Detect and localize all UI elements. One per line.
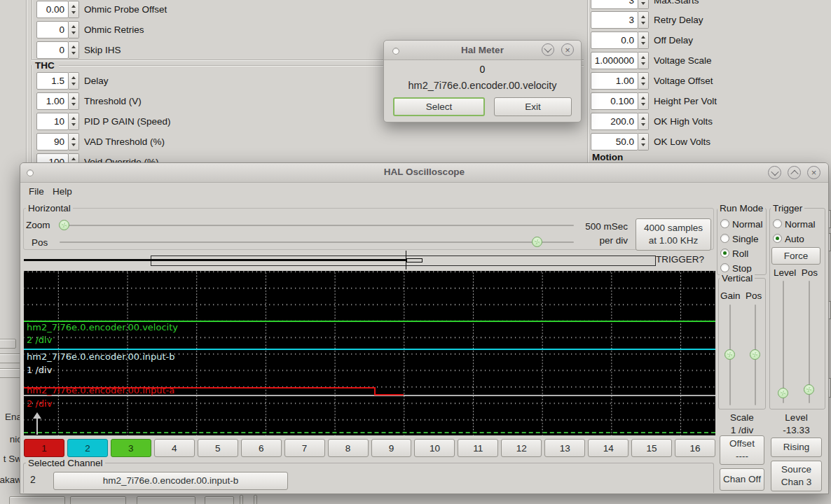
menu-help[interactable]: Help: [53, 186, 72, 197]
run-mode-single-label[interactable]: Single: [732, 234, 759, 244]
thc-threshold-input[interactable]: 1.00: [36, 92, 69, 110]
spin-down-icon[interactable]: [641, 103, 645, 106]
channel-button-9[interactable]: 9: [371, 439, 412, 457]
run-mode-normal-radio[interactable]: [720, 219, 729, 228]
channel-button-2[interactable]: 2: [67, 439, 108, 457]
ok-high-volts-input[interactable]: 200.0: [591, 113, 638, 130]
spin-down-icon[interactable]: [641, 42, 645, 45]
spin-up-icon[interactable]: [71, 25, 76, 28]
channel-button-3[interactable]: 3: [111, 439, 151, 457]
spinner-buttons[interactable]: [638, 113, 649, 130]
run-mode-normal-label[interactable]: Normal: [732, 219, 763, 230]
pid-p-gain-input[interactable]: 10: [36, 113, 69, 130]
chan-off-button[interactable]: Chan Off: [720, 468, 764, 491]
spin-up-icon[interactable]: [71, 97, 76, 99]
voltage-offset-input[interactable]: 1.00: [591, 72, 638, 90]
spinner-buttons[interactable]: [69, 92, 79, 110]
channel-button-12[interactable]: 12: [501, 439, 542, 457]
channel-button-7[interactable]: 7: [284, 439, 325, 457]
spinner-buttons[interactable]: [69, 41, 79, 59]
vad-threshold-input[interactable]: 90: [36, 133, 69, 150]
offset-button[interactable]: Offset ----: [720, 435, 764, 465]
selected-channel-pin-button[interactable]: hm2_7i76e.0.encoder.00.input-b: [53, 472, 288, 490]
spin-up-icon[interactable]: [641, 76, 645, 79]
trigger-auto-radio[interactable]: [773, 234, 782, 243]
trigger-pos-handle[interactable]: [804, 384, 814, 395]
maximize-icon[interactable]: [788, 166, 801, 179]
spinner-buttons[interactable]: [638, 72, 649, 90]
channel-button-4[interactable]: 4: [154, 439, 195, 457]
spin-up-icon[interactable]: [641, 36, 645, 38]
close-icon[interactable]: ×: [807, 166, 820, 179]
channel-button-14[interactable]: 14: [588, 439, 629, 457]
spin-up-icon[interactable]: [71, 117, 76, 120]
ok-low-volts-input[interactable]: 50.0: [591, 133, 638, 150]
spin-down-icon[interactable]: [71, 123, 76, 126]
spin-down-icon[interactable]: [641, 83, 645, 85]
channel-button-8[interactable]: 8: [328, 439, 369, 457]
height-per-volt-input[interactable]: 0.100: [591, 92, 638, 110]
spin-up-icon[interactable]: [641, 97, 645, 99]
spinner-buttons[interactable]: [638, 133, 649, 150]
trigger-normal-radio[interactable]: [773, 219, 782, 228]
spin-up-icon[interactable]: [71, 158, 76, 160]
minimize-icon[interactable]: [768, 166, 781, 179]
spinner-buttons[interactable]: [638, 31, 649, 49]
spinner-buttons[interactable]: [69, 113, 79, 130]
spinner-buttons[interactable]: [69, 72, 79, 90]
vertical-gain-handle[interactable]: [724, 349, 735, 360]
trigger-level-slider[interactable]: [783, 281, 784, 403]
force-button[interactable]: Force: [771, 247, 820, 265]
run-mode-roll-label[interactable]: Roll: [732, 248, 748, 259]
spin-up-icon[interactable]: [641, 117, 645, 120]
spin-down-icon[interactable]: [641, 123, 645, 126]
spin-down-icon[interactable]: [71, 11, 76, 14]
spin-up-icon[interactable]: [71, 46, 76, 48]
minimize-icon[interactable]: [542, 43, 554, 56]
vertical-pos-handle[interactable]: [750, 349, 760, 360]
trigger-normal-label[interactable]: Normal: [785, 219, 816, 230]
close-icon[interactable]: ×: [561, 43, 574, 56]
pos-slider[interactable]: [60, 241, 574, 243]
spin-up-icon[interactable]: [641, 56, 645, 59]
spin-down-icon[interactable]: [641, 62, 645, 65]
spin-down-icon[interactable]: [71, 144, 76, 146]
run-mode-single-radio[interactable]: [720, 234, 729, 243]
run-mode-stop-label[interactable]: Stop: [732, 263, 752, 274]
max-starts-input[interactable]: 3: [591, 0, 638, 9]
exit-button[interactable]: Exit: [494, 97, 572, 116]
channel-button-15[interactable]: 15: [631, 439, 672, 457]
spinner-buttons[interactable]: [638, 11, 649, 29]
spin-down-icon[interactable]: [641, 22, 645, 24]
spinner-buttons[interactable]: [638, 0, 649, 9]
channel-button-16[interactable]: 16: [675, 439, 715, 457]
skip-ihs-input[interactable]: 0: [36, 41, 69, 59]
spinner-buttons[interactable]: [638, 52, 649, 69]
spin-down-icon[interactable]: [641, 2, 645, 5]
select-button[interactable]: Select: [393, 97, 485, 116]
ohmic-retries-input[interactable]: 0: [36, 21, 69, 38]
trigger-source-button[interactable]: Source Chan 3: [771, 461, 822, 491]
channel-button-5[interactable]: 5: [198, 439, 238, 457]
channel-button-10[interactable]: 10: [414, 439, 455, 457]
channel-button-11[interactable]: 11: [458, 439, 498, 457]
off-delay-input[interactable]: 0.0: [591, 31, 638, 49]
zoom-slider-handle[interactable]: [59, 220, 69, 230]
ohmic-probe-offset-input[interactable]: 0.00: [36, 1, 69, 18]
pos-slider-handle[interactable]: [532, 237, 542, 247]
channel-button-1[interactable]: 1: [24, 439, 64, 457]
spin-up-icon[interactable]: [71, 137, 76, 140]
spin-up-icon[interactable]: [641, 15, 645, 18]
retry-delay-input[interactable]: 3: [591, 11, 638, 29]
spin-down-icon[interactable]: [641, 144, 645, 146]
spin-down-icon[interactable]: [71, 103, 76, 106]
spin-down-icon[interactable]: [71, 52, 76, 55]
spinner-buttons[interactable]: [69, 133, 79, 150]
channel-button-13[interactable]: 13: [544, 439, 585, 457]
run-mode-roll-radio[interactable]: [720, 248, 729, 258]
spin-down-icon[interactable]: [71, 83, 76, 85]
trigger-auto-label[interactable]: Auto: [785, 234, 804, 244]
thc-delay-input[interactable]: 1.5: [36, 72, 69, 90]
spin-down-icon[interactable]: [71, 31, 76, 34]
spinner-buttons[interactable]: [69, 21, 79, 38]
